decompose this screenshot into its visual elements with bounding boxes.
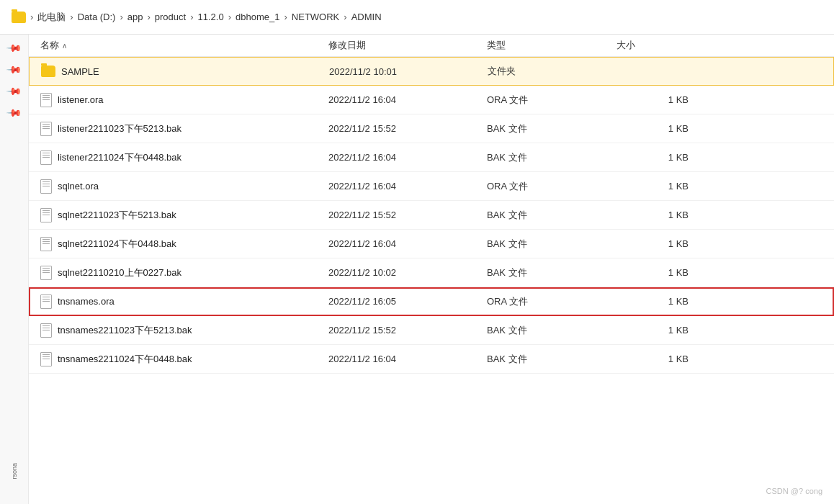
doc-icon <box>40 122 52 136</box>
file-type: ORA 文件 <box>487 94 616 107</box>
file-type: BAK 文件 <box>487 353 616 366</box>
file-size: 1 KB <box>616 296 689 307</box>
file-size: 1 KB <box>616 238 689 249</box>
doc-icon <box>40 294 52 309</box>
doc-icon <box>40 179 52 194</box>
file-name: sqlnet2211023下午5213.bak <box>40 208 328 222</box>
table-row[interactable]: listener.ora2022/11/2 16:04ORA 文件1 KB <box>29 86 834 114</box>
file-name: listener.ora <box>40 93 328 107</box>
pin-icon-4: 📌 <box>6 104 22 120</box>
addr-part-1[interactable]: Data (D:) <box>78 12 116 22</box>
sidebar: 📌 📌 📌 📌 rsona <box>0 35 29 504</box>
file-name: sqlnet.ora <box>40 179 328 194</box>
file-area: 名称 ∧ 修改日期 类型 大小 SAMPLE2022/11/2 10:01文件夹… <box>29 35 834 504</box>
file-size: 1 KB <box>616 354 689 364</box>
col-header-size[interactable]: 大小 <box>616 39 689 52</box>
table-row[interactable]: tnsnames2211023下午5213.bak2022/11/2 15:52… <box>29 316 834 345</box>
file-size: 1 KB <box>616 210 689 220</box>
file-size: 1 KB <box>616 94 689 105</box>
file-date: 2022/11/2 15:52 <box>328 210 487 220</box>
file-type: BAK 文件 <box>487 324 616 337</box>
sidebar-pin-2[interactable]: 📌 <box>8 63 20 75</box>
doc-icon <box>40 352 52 366</box>
file-type: 文件夹 <box>488 65 617 78</box>
addr-part-5[interactable]: dbhome_1 <box>236 12 279 22</box>
addr-part-2[interactable]: app <box>127 12 143 22</box>
col-header-date[interactable]: 修改日期 <box>328 39 487 52</box>
doc-icon <box>40 150 52 165</box>
addr-part-0[interactable]: 此电脑 <box>37 11 66 24</box>
col-header-type[interactable]: 类型 <box>487 39 616 52</box>
doc-icon <box>40 323 52 338</box>
table-row[interactable]: sqlnet2211024下午0448.bak2022/11/2 16:04BA… <box>29 230 834 258</box>
file-type: BAK 文件 <box>487 122 616 135</box>
addr-part-3[interactable]: product <box>155 12 186 22</box>
file-name: tnsnames2211024下午0448.bak <box>40 352 328 366</box>
pin-icon-3: 📌 <box>6 82 22 99</box>
file-type: BAK 文件 <box>487 266 616 279</box>
table-row[interactable]: sqlnet2211023下午5213.bak2022/11/2 15:52BA… <box>29 201 834 230</box>
table-row[interactable]: sqlnet22110210上午0227.bak2022/11/2 10:02B… <box>29 258 834 287</box>
sort-arrow-name: ∧ <box>62 42 67 50</box>
sidebar-pin-1[interactable]: 📌 <box>8 42 20 53</box>
sidebar-pin-4[interactable]: 📌 <box>8 107 20 118</box>
address-bar: › 此电脑 › Data (D:) › app › product › 11.2… <box>0 0 834 35</box>
table-row[interactable]: tnsnames.ora2022/11/2 16:05ORA 文件1 KB <box>29 287 834 316</box>
file-date: 2022/11/2 16:04 <box>328 354 487 364</box>
sidebar-label: rsona <box>11 463 18 480</box>
addr-part-6[interactable]: NETWORK <box>292 12 339 22</box>
file-name: listener2211024下午0448.bak <box>40 150 328 165</box>
doc-icon <box>40 266 52 280</box>
addr-part-7[interactable]: ADMIN <box>351 12 382 22</box>
doc-icon <box>40 208 52 222</box>
table-row[interactable]: sqlnet.ora2022/11/2 16:04ORA 文件1 KB <box>29 172 834 201</box>
doc-icon <box>40 237 52 251</box>
watermark: CSDN @? cong <box>766 487 822 495</box>
folder-icon-addr <box>12 12 26 23</box>
file-size: 1 KB <box>616 267 689 278</box>
file-type: BAK 文件 <box>487 238 616 251</box>
doc-icon <box>40 93 52 107</box>
file-size: 1 KB <box>616 152 689 163</box>
file-name: listener2211023下午5213.bak <box>40 122 328 136</box>
col-header-name[interactable]: 名称 ∧ <box>40 39 328 52</box>
file-type: ORA 文件 <box>487 295 616 308</box>
table-row[interactable]: listener2211023下午5213.bak2022/11/2 15:52… <box>29 114 834 143</box>
file-size: 1 KB <box>616 325 689 336</box>
file-type: ORA 文件 <box>487 180 616 193</box>
file-name: sqlnet22110210上午0227.bak <box>40 266 328 280</box>
file-size: 1 KB <box>616 181 689 192</box>
file-date: 2022/11/2 16:04 <box>328 94 487 105</box>
pin-icon-1: 📌 <box>6 39 22 55</box>
addr-part-4[interactable]: 11.2.0 <box>198 12 224 22</box>
sidebar-pin-3[interactable]: 📌 <box>8 85 20 96</box>
file-date: 2022/11/2 16:04 <box>328 181 487 192</box>
file-date: 2022/11/2 15:52 <box>328 123 487 134</box>
table-row[interactable]: SAMPLE2022/11/2 10:01文件夹 <box>29 57 834 86</box>
file-date: 2022/11/2 16:04 <box>328 238 487 249</box>
file-name: tnsnames2211023下午5213.bak <box>40 323 328 338</box>
table-row[interactable]: listener2211024下午0448.bak2022/11/2 16:04… <box>29 143 834 172</box>
file-date: 2022/11/2 16:05 <box>328 296 487 307</box>
file-name: sqlnet2211024下午0448.bak <box>40 237 328 251</box>
file-name: tnsnames.ora <box>40 294 328 309</box>
file-type: BAK 文件 <box>487 209 616 222</box>
table-row[interactable]: tnsnames2211024下午0448.bak2022/11/2 16:04… <box>29 345 834 374</box>
file-name: SAMPLE <box>41 66 329 77</box>
file-size: 1 KB <box>616 123 689 134</box>
file-type: BAK 文件 <box>487 151 616 164</box>
file-list: SAMPLE2022/11/2 10:01文件夹listener.ora2022… <box>29 57 834 374</box>
file-date: 2022/11/2 10:01 <box>329 66 488 77</box>
folder-icon <box>41 66 55 77</box>
file-date: 2022/11/2 16:04 <box>328 152 487 163</box>
column-headers: 名称 ∧ 修改日期 类型 大小 <box>29 35 834 57</box>
pin-icon-2: 📌 <box>6 60 22 77</box>
file-date: 2022/11/2 15:52 <box>328 325 487 336</box>
file-date: 2022/11/2 10:02 <box>328 267 487 278</box>
